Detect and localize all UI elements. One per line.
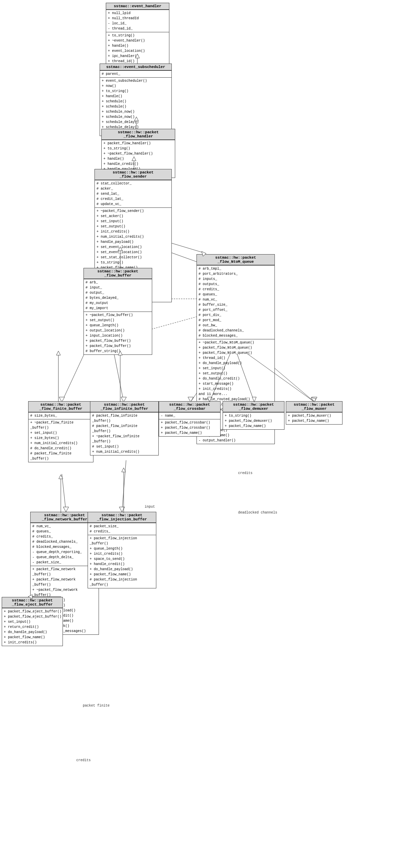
box-packet-flow-buffer-methods: + ~packet_flow_buffer()+ set_output()+ q… xyxy=(84,312,152,354)
box-crossbar-methods: + packet_flow_crossbar()+ packet_flow_cr… xyxy=(159,419,220,436)
box-packet-flow-sender-attrs: # stat_collector_# acker_# send_lat_# cr… xyxy=(95,180,171,207)
box-finite-buffer: sstmac::hw::packet_flow_finite_buffer # … xyxy=(28,401,93,462)
box-packet-flow-sender-title: sstmac::hw::packet_flow_sender xyxy=(95,169,171,180)
svg-marker-42 xyxy=(118,351,122,355)
box-eject-buffer-methods: + packet_flow_eject_buffer()+ packet_flo… xyxy=(2,608,63,646)
box-event-subscheduler-attrs: # parent_ xyxy=(100,70,171,77)
diagram-container: sstmac::event_handler + null_lpid+ null_… xyxy=(0,0,393,868)
box-crossbar-title: sstmac::hw::packet_flow_crossbar xyxy=(159,402,220,412)
svg-marker-30 xyxy=(135,54,139,58)
label-credits: credits xyxy=(238,471,252,475)
arrow-ntom-muxer xyxy=(240,353,319,403)
box-muxer-title: sstmac::hw::packet_flow_muxer xyxy=(286,402,342,412)
label-packet-finite: packet finite xyxy=(83,704,110,708)
box-injection-buffer-methods: + packet_flow_injection_buffer()+ queue_… xyxy=(88,535,156,588)
label-input: input xyxy=(145,505,155,509)
arrow-buffer-finite xyxy=(52,350,65,403)
box-injection-buffer: sstmac::hw::packet_flow_injection_buffer… xyxy=(88,512,156,588)
svg-marker-44 xyxy=(207,397,212,402)
svg-marker-50 xyxy=(59,475,63,479)
arrow-sender-ntom xyxy=(168,240,210,257)
box-demuxer-methods: + to_string()+ packet_flow_demuxer()+ pa… xyxy=(223,412,284,429)
box-packet-flow-handler-title: sstmac::hw::packet_flow_handler xyxy=(102,129,175,140)
arrow-ntom-crossbar xyxy=(203,353,237,403)
box-demuxer: sstmac::hw::packet_flow_demuxer + to_str… xyxy=(223,401,284,430)
arrow-subscheduler-handler xyxy=(132,116,143,130)
box-injection-buffer-attrs: # packet_size_# credits_ xyxy=(88,523,156,535)
box-event-handler-attrs: + null_lpid+ null_threadId- loc_id_- thr… xyxy=(106,10,169,32)
arrow-infinite-injection xyxy=(119,467,129,514)
box-packet-flow-buffer-attrs: # arb_# input_# output_# bytes_delayed_#… xyxy=(84,279,152,312)
box-packet-flow-buffer: sstmac::hw::packet_flow_buffer # arb_# i… xyxy=(83,268,152,355)
box-muxer: sstmac::hw::packet_flow_muxer + packet_f… xyxy=(286,401,343,425)
arrow-sender-buffer xyxy=(113,246,127,269)
box-infinite-buffer-title: sstmac::hw::packet_flow_infinite_buffer xyxy=(90,402,158,412)
box-muxer-methods: + packet_flow_muxer()+ packet_flow_name(… xyxy=(286,412,342,424)
box-packet-flow-buffer-title: sstmac::hw::packet_flow_buffer xyxy=(84,268,152,279)
box-crossbar-attrs: - name_ xyxy=(159,412,220,419)
box-eject-buffer: sstmac::hw::packet_flow_eject_buffer + p… xyxy=(2,597,63,646)
arrow-network-eject xyxy=(27,594,62,600)
svg-marker-32 xyxy=(134,117,138,121)
box-finite-buffer-attrs: # size_bytes_ xyxy=(29,412,93,419)
arrow-finite-network xyxy=(56,474,66,514)
box-event-subscheduler-title: sstmac::event_subscheduler xyxy=(100,64,171,70)
box-finite-buffer-title: sstmac::hw::packet_flow_finite_buffer xyxy=(29,402,93,412)
arrow-event-handler-subscheduler xyxy=(133,53,144,64)
arrow-buffer-infinite xyxy=(113,350,127,403)
box-crossbar: sstmac::hw::packet_flow_crossbar - name_… xyxy=(159,401,221,437)
svg-marker-52 xyxy=(122,468,126,472)
box-finite-buffer-methods: + ~packet_flow_finite_buffer()+ set_inpu… xyxy=(29,419,93,462)
box-demuxer-title: sstmac::hw::packet_flow_demuxer xyxy=(223,402,284,412)
label-credits-2: credits xyxy=(76,758,91,762)
svg-marker-38 xyxy=(202,251,206,256)
svg-marker-54 xyxy=(28,595,32,599)
box-event-handler-title: sstmac::event_handler xyxy=(106,3,169,10)
svg-marker-40 xyxy=(56,351,60,355)
svg-marker-34 xyxy=(132,157,136,161)
box-ntom-queue-attrs: # arb_tmpl_# port_arbitrators_# inputs_#… xyxy=(197,265,274,339)
box-infinite-buffer: sstmac::hw::packet_flow_infinite_buffer … xyxy=(90,401,159,455)
arrow-handler-sender xyxy=(130,156,140,170)
box-infinite-buffer-methods: # packet_flow_infinite_buffer()# packet_… xyxy=(90,412,158,455)
svg-marker-36 xyxy=(118,247,122,251)
label-deadlocked-channels: deadlocked channels xyxy=(238,511,277,515)
box-injection-buffer-title: sstmac::hw::packet_flow_injection_buffer xyxy=(88,512,156,523)
svg-line-43 xyxy=(210,354,230,402)
svg-line-47 xyxy=(247,354,314,402)
svg-line-10 xyxy=(62,350,86,402)
svg-line-37 xyxy=(172,243,206,253)
